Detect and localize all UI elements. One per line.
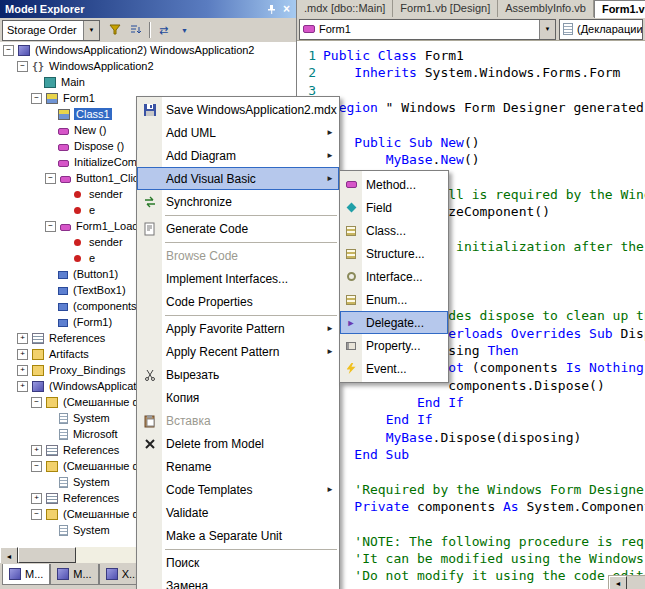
code-text: Private components As System.ComponentMo…: [323, 498, 645, 515]
code-text: MyBase.New(): [323, 151, 480, 168]
module-icon: [44, 77, 56, 88]
submenu-item[interactable]: Field: [340, 196, 448, 219]
menu-item[interactable]: Поиск: [137, 551, 339, 574]
tree-item-label: References: [62, 492, 119, 504]
submenu-item[interactable]: Structure...: [340, 242, 448, 265]
menu-item[interactable]: Code Properties: [137, 290, 339, 313]
menu-item-label: Delete from Model: [162, 437, 339, 451]
menu-item[interactable]: Validate: [137, 501, 339, 524]
scrollbar-thumb[interactable]: [18, 547, 76, 563]
tree-item[interactable]: −(WindowsApplication2) WindowsApplicatio…: [0, 42, 296, 58]
tree-item-label: Proxy_Bindings: [48, 364, 125, 376]
line-number: 1: [299, 47, 316, 64]
submenu-item[interactable]: Delegate...: [340, 311, 448, 334]
menu-item-label: Validate: [162, 506, 339, 520]
code-line: 28: [299, 515, 645, 532]
document-tab[interactable]: .mdx [dbo::Main]: [297, 0, 393, 17]
submenu-item-label: Interface...: [362, 270, 448, 284]
menu-item[interactable]: Code Templates►: [137, 478, 339, 501]
code-line: 29 'NOTE: The following procedure is req…: [299, 533, 645, 550]
document-tab[interactable]: Form1.vb [Design]: [393, 0, 498, 17]
collapse-icon[interactable]: −: [31, 397, 42, 408]
chevron-down-icon: ▼: [83, 21, 99, 40]
tool-window-tab[interactable]: M...: [50, 564, 98, 585]
submenu-arrow-icon: ►: [326, 128, 334, 137]
expand-icon[interactable]: +: [17, 365, 28, 376]
types-combo[interactable]: Form1 ▼: [299, 19, 556, 40]
menu-item[interactable]: Вырезать: [137, 363, 339, 386]
expand-icon[interactable]: +: [17, 333, 28, 344]
menu-item[interactable]: Browse Code: [137, 244, 339, 267]
method-icon: [60, 224, 71, 231]
members-combo[interactable]: (Декларации): [559, 19, 643, 40]
tool-window-tab-label: M...: [73, 568, 91, 580]
expand-icon[interactable]: +: [31, 445, 42, 456]
expand-icon[interactable]: +: [31, 493, 42, 504]
submenu-item[interactable]: Class...: [340, 219, 448, 242]
filter-icon[interactable]: [104, 20, 125, 40]
collapse-icon[interactable]: −: [3, 45, 14, 56]
collapse-icon[interactable]: −: [45, 221, 56, 232]
tree-item-label: System: [72, 476, 110, 488]
tree-item[interactable]: Main: [0, 74, 296, 90]
menu-item[interactable]: Apply Favorite Pattern►: [137, 317, 339, 340]
sync-icon[interactable]: ⇄: [153, 20, 174, 40]
tree-item-label: sender: [88, 236, 123, 248]
menu-item[interactable]: Rename: [137, 455, 339, 478]
collapse-icon[interactable]: −: [45, 173, 56, 184]
submenu-arrow-icon: ►: [326, 347, 334, 356]
menu-item[interactable]: Make a Separate Unit: [137, 524, 339, 547]
pin-icon[interactable]: [264, 2, 279, 16]
tree-item-label: New (): [73, 124, 106, 136]
braces-icon: [32, 61, 44, 72]
collapse-icon[interactable]: −: [31, 93, 42, 104]
collapse-icon[interactable]: −: [17, 61, 28, 72]
submenu-item[interactable]: Interface...: [340, 265, 448, 288]
menu-item[interactable]: Add Visual Basic►: [137, 167, 339, 190]
menu-item[interactable]: Delete from Model: [137, 432, 339, 455]
menu-item[interactable]: Копия: [137, 386, 339, 409]
panel-titlebar[interactable]: Model Explorer ×: [0, 0, 296, 18]
submenu-item[interactable]: Property...: [340, 334, 448, 357]
tool-window-tab[interactable]: M...: [2, 564, 50, 585]
code-text: MyBase.Dispose(disposing): [323, 429, 581, 446]
event-icon: [340, 363, 362, 374]
collapse-icon[interactable]: −: [31, 461, 42, 472]
menu-item[interactable]: Implement Interfaces...: [137, 267, 339, 290]
scroll-left-icon[interactable]: ◄: [609, 576, 627, 589]
collapse-icon[interactable]: −: [31, 509, 42, 520]
close-icon[interactable]: ×: [279, 2, 294, 16]
class-icon: [303, 25, 315, 33]
menu-item[interactable]: Замена: [137, 574, 339, 589]
sort-icon[interactable]: [125, 20, 146, 40]
code-text: 'Do not modify it using the code editor.: [323, 567, 645, 584]
submenu-item[interactable]: Method...: [340, 173, 448, 196]
tree-item-label: e: [88, 204, 95, 216]
document-tabs: .mdx [dbo::Main]Form1.vb [Design]Assembl…: [297, 0, 645, 19]
tree-item[interactable]: −WindowsApplication2: [0, 58, 296, 74]
dropdown-icon[interactable]: ▼: [174, 20, 195, 40]
field-icon: [58, 287, 68, 295]
code-text: 'It can be modified using the Windows Fo…: [323, 550, 645, 567]
submenu-item[interactable]: Event...: [340, 357, 448, 380]
menu-item[interactable]: Add UML►: [137, 121, 339, 144]
submenu-arrow-icon: ►: [326, 324, 334, 333]
menu-item[interactable]: Generate Code: [137, 217, 339, 240]
storage-order-combo[interactable]: Storage Order ▼: [2, 20, 100, 41]
expand-icon[interactable]: +: [17, 349, 28, 360]
tree-item-label: WindowsApplication2: [48, 60, 154, 72]
document-tab[interactable]: Form1.vb: [594, 0, 645, 18]
code-line: 23 MyBase.Dispose(disposing): [299, 429, 645, 446]
menu-item[interactable]: Apply Recent Pattern►: [137, 340, 339, 363]
menu-item[interactable]: Save WindowsApplication2.mdx: [137, 98, 339, 121]
menu-item[interactable]: Вставка: [137, 409, 339, 432]
submenu-item-label: Delegate...: [362, 316, 448, 330]
tool-window-icon: [106, 568, 118, 580]
menu-item[interactable]: Synchronize: [137, 190, 339, 213]
expand-icon[interactable]: +: [17, 381, 28, 392]
document-tab[interactable]: AssemblyInfo.vb: [498, 0, 594, 17]
submenu-item[interactable]: Enum...: [340, 288, 448, 311]
delegate-icon: [340, 318, 362, 328]
menu-item[interactable]: Add Diagram►: [137, 144, 339, 167]
code-line: 4#Region " Windows Form Designer generat…: [299, 99, 645, 116]
